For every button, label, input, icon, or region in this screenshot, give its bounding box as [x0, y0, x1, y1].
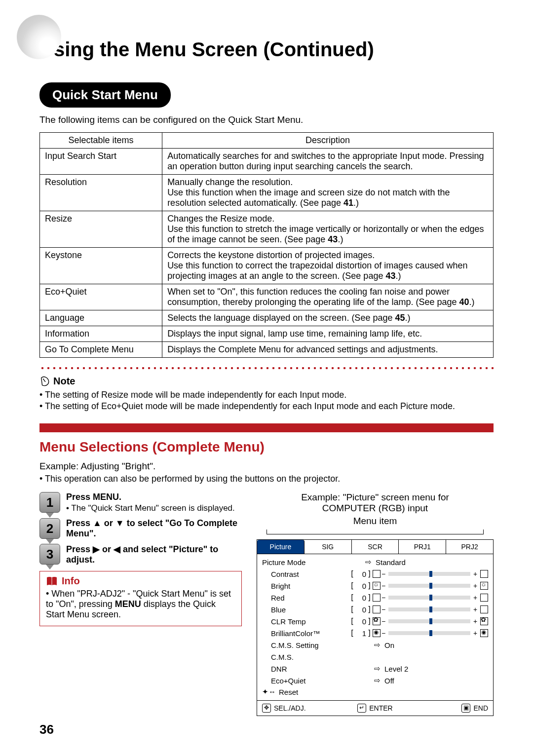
table-row: ResizeChanges the Resize mode.Use this f… [40, 211, 494, 248]
info-box: Info • When "PRJ-ADJ2" - "Quick Start Me… [39, 571, 242, 626]
table-cell-item: Resize [40, 211, 162, 248]
table-cell-item: Input Search Start [40, 149, 162, 175]
table-row: LanguageSelects the language displayed o… [40, 310, 494, 326]
reset-icon: ✦↔ [262, 687, 276, 696]
table-cell-item: Eco+Quiet [40, 284, 162, 310]
menu-item-label: Menu item [257, 516, 494, 527]
table-cell-item: Language [40, 310, 162, 326]
osd-setting-row: C.M.S. SettingOn [262, 639, 488, 651]
table-cell-desc: Displays the Complete Menu for advanced … [162, 342, 494, 358]
menu-item-pointer [257, 529, 494, 539]
osd-slider-value: [0] [335, 581, 381, 590]
table-row: ResolutionManually change the resolution… [40, 175, 494, 211]
osd-slider-row: Contrast[0]−+ [262, 568, 488, 580]
osd-footer-end: END [473, 704, 488, 712]
th-items: Selectable items [40, 133, 162, 149]
info-text: • When "PRJ-ADJ2" - "Quick Start Menu" i… [46, 589, 235, 620]
osd-slider[interactable]: −+ [381, 605, 488, 613]
table-row: Input Search StartAutomatically searches… [40, 149, 494, 175]
table-cell-desc: Manually change the resolution.Use this … [162, 175, 494, 211]
osd-setting-value: Off [384, 677, 488, 685]
table-cell-desc: Displays the input signal, lamp use time… [162, 326, 494, 342]
table-cell-item: Information [40, 326, 162, 342]
slider-left-icon [373, 605, 381, 613]
dotted-divider [39, 367, 494, 370]
example-sub: • This operation can also be performed b… [39, 474, 494, 484]
osd-reset: Reset [279, 688, 298, 696]
example-line: Example: Adjusting "Bright". [39, 461, 494, 472]
slider-right-icon [480, 605, 488, 613]
osd-tab[interactable]: PRJ1 [399, 540, 446, 554]
slider-left-icon [373, 594, 381, 602]
osd-slider-value: [0] [335, 593, 381, 602]
step-number-chip: 3 [39, 544, 60, 565]
arrow-icon [335, 664, 384, 673]
osd-footer-sel: SEL./ADJ. [274, 704, 306, 712]
osd-setting-row: C.M.S. [262, 651, 488, 663]
slider-right-icon [480, 582, 488, 590]
osd-slider-row: Red[0]−+ [262, 592, 488, 604]
osd-slider[interactable]: −+ [381, 617, 488, 625]
intro-text: The following items can be configured on… [39, 114, 494, 125]
osd-slider-label: Contrast [262, 570, 335, 578]
osd-setting-row: DNRLevel 2 [262, 663, 488, 675]
osd-setting-value: On [384, 641, 488, 649]
step-number-chip: 2 [39, 518, 60, 539]
seladj-icon: ✥ [262, 704, 271, 713]
osd-footer-enter: ENTER [369, 704, 392, 712]
osd-setting-label: C.M.S. Setting [262, 641, 335, 649]
osd-setting-label: C.M.S. [262, 653, 335, 661]
slider-right-icon [480, 570, 488, 578]
osd-caption-1: Example: "Picture" screen menu for [257, 492, 494, 503]
osd-slider-value: [0] [335, 617, 381, 626]
osd-tab[interactable]: SIG [305, 540, 352, 554]
osd-setting-label: DNR [262, 665, 335, 673]
osd-tab[interactable]: SCR [352, 540, 399, 554]
osd-setting-label: Eco+Quiet [262, 677, 335, 685]
slider-right-icon [480, 594, 488, 602]
step: 2Press ▲ or ▼ to select "Go To Complete … [39, 518, 242, 539]
table-row: Go To Complete MenuDisplays the Complete… [40, 342, 494, 358]
table-row: Eco+QuietWhen set to "On", this function… [40, 284, 494, 310]
osd-picture-mode-value: Standard [376, 558, 488, 567]
osd-slider-label: Blue [262, 605, 335, 614]
osd-slider-label: BrilliantColor™ [262, 629, 335, 638]
quick-start-table: Selectable items Description Input Searc… [39, 132, 494, 358]
table-row: InformationDisplays the input signal, la… [40, 326, 494, 342]
slider-right-icon [480, 629, 488, 637]
step-body: Press ▶ or ◀ and select "Picture" to adj… [66, 544, 242, 565]
arrow-icon [326, 558, 376, 567]
osd-slider-label: Bright [262, 582, 335, 590]
slider-left-icon [373, 582, 381, 590]
osd-tab[interactable]: Picture [257, 540, 305, 554]
table-row: KeystoneCorrects the keystone distortion… [40, 248, 494, 284]
note-item: • The setting of Eco+Quiet mode will be … [39, 401, 494, 412]
osd-tab[interactable]: PRJ2 [446, 540, 493, 554]
page-number: 36 [39, 722, 54, 737]
arrow-icon [335, 676, 384, 685]
osd-slider-row: CLR Temp[0]−+ [262, 615, 488, 627]
step: 1Press MENU.• The "Quick Start Menu" scr… [39, 492, 242, 513]
osd-slider[interactable]: −+ [381, 629, 488, 637]
osd-slider-row: Blue[0]−+ [262, 604, 488, 615]
th-desc: Description [162, 133, 494, 149]
table-cell-item: Resolution [40, 175, 162, 211]
enter-icon: ↵ [357, 704, 366, 713]
osd-picture-mode-label: Picture Mode [262, 558, 326, 567]
osd-slider[interactable]: −+ [381, 570, 488, 578]
osd-slider[interactable]: −+ [381, 582, 488, 590]
osd-screen: PictureSIGSCRPRJ1PRJ2 Picture Mode Stand… [257, 539, 494, 716]
table-cell-desc: Automatically searches for and switches … [162, 149, 494, 175]
step: 3Press ▶ or ◀ and select "Picture" to ad… [39, 544, 242, 565]
table-cell-desc: When set to "On", this function reduces … [162, 284, 494, 310]
book-icon [46, 576, 58, 586]
table-cell-desc: Selects the language displayed on the sc… [162, 310, 494, 326]
osd-slider[interactable]: −+ [381, 594, 488, 602]
section-heading: Quick Start Menu [39, 82, 171, 108]
osd-setting-row: Eco+QuietOff [262, 675, 488, 686]
page-title: Using the Menu Screen (Continued) [39, 38, 494, 61]
slider-left-icon [373, 617, 381, 625]
note-item: • The setting of Resize mode will be mad… [39, 390, 494, 400]
osd-slider-label: CLR Temp [262, 617, 335, 626]
osd-slider-value: [0] [335, 569, 381, 578]
